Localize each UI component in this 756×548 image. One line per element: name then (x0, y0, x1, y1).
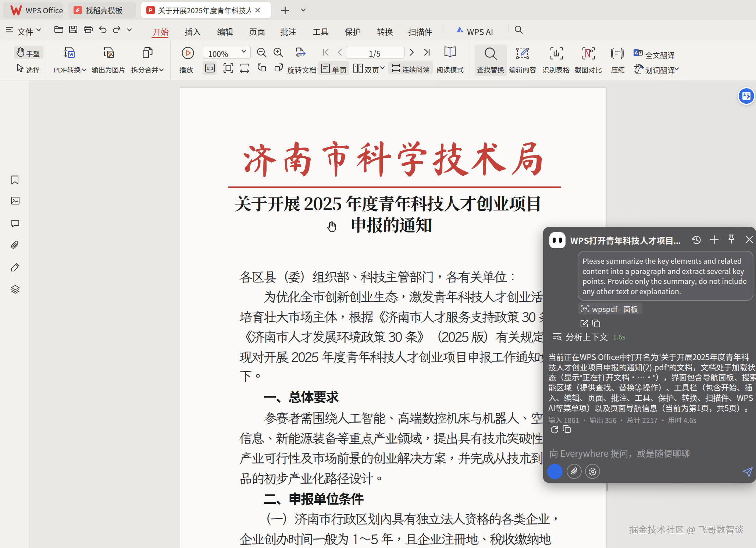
svg-text:P: P (149, 7, 152, 13)
svg-text:A: A (743, 93, 746, 97)
svg-text:A: A (635, 50, 638, 56)
svg-text:1:1: 1:1 (207, 65, 214, 71)
svg-text:Q: Q (558, 336, 560, 339)
